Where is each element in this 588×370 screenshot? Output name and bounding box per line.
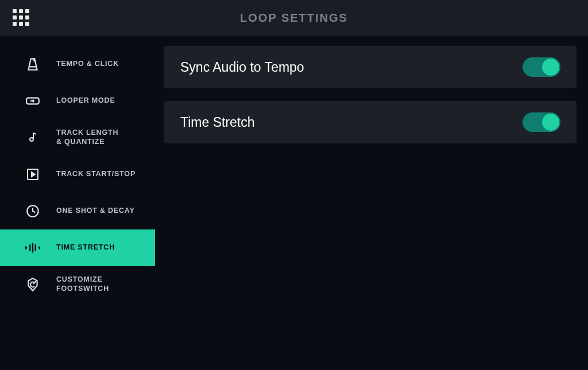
setting-row-sync-audio: Sync Audio to Tempo [164, 46, 577, 88]
setting-row-time-stretch: Time Stretch [164, 101, 577, 143]
footswitch-icon [24, 276, 41, 293]
note-icon [24, 129, 41, 146]
sidebar-item-label: TRACK LENGTH & QUANTIZE [56, 128, 118, 146]
sidebar-item-label: TEMPO & CLICK [56, 60, 119, 69]
header: LOOP SETTINGS [0, 0, 588, 36]
sidebar-item-label: ONE SHOT & DECAY [56, 207, 135, 216]
page-title: LOOP SETTINGS [0, 11, 588, 25]
sidebar-item-track-start-stop[interactable]: TRACK START/STOP [0, 156, 155, 193]
main-body: TEMPO & CLICK LOOPER MODE TRACK LENGTH &… [0, 36, 588, 370]
sidebar: TEMPO & CLICK LOOPER MODE TRACK LENGTH &… [0, 36, 155, 370]
grid-menu-icon[interactable] [13, 9, 30, 26]
sidebar-item-customize-footswitch[interactable]: CUSTOMIZE FOOTSWITCH [0, 266, 155, 303]
settings-content: Sync Audio to Tempo Time Stretch [155, 36, 588, 370]
sidebar-item-label: TIME STRETCH [56, 243, 115, 252]
toggle-knob [542, 114, 559, 131]
sidebar-item-label: TRACK START/STOP [56, 170, 136, 179]
metronome-icon [24, 56, 41, 73]
sidebar-item-looper-mode[interactable]: LOOPER MODE [0, 83, 155, 119]
toggle-sync-audio[interactable] [523, 57, 560, 77]
time-stretch-icon [24, 239, 41, 256]
setting-label: Time Stretch [180, 115, 255, 130]
sidebar-item-label: LOOPER MODE [56, 96, 115, 106]
sidebar-item-one-shot-decay[interactable]: ONE SHOT & DECAY [0, 193, 155, 229]
sidebar-item-tempo-click[interactable]: TEMPO & CLICK [0, 46, 155, 83]
clock-icon [24, 202, 41, 220]
play-box-icon [24, 166, 41, 183]
toggle-knob [542, 59, 559, 76]
looper-icon [24, 92, 41, 110]
sidebar-item-track-length[interactable]: TRACK LENGTH & QUANTIZE [0, 119, 155, 156]
sidebar-item-label: CUSTOMIZE FOOTSWITCH [56, 275, 109, 293]
toggle-time-stretch[interactable] [523, 112, 560, 132]
setting-label: Sync Audio to Tempo [180, 60, 304, 75]
sidebar-item-time-stretch[interactable]: TIME STRETCH [0, 229, 155, 266]
